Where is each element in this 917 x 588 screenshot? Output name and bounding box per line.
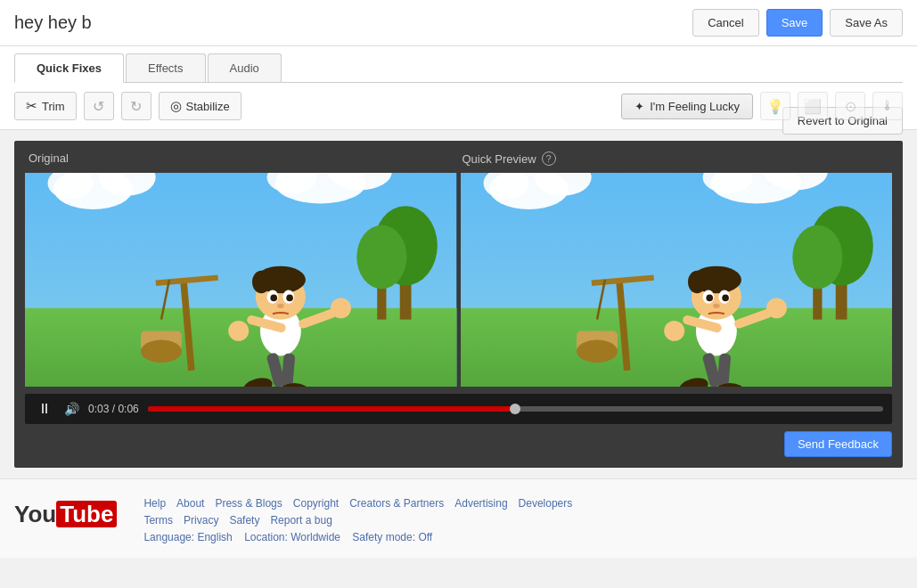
footer-link-help[interactable]: Help	[143, 497, 166, 510]
svg-rect-1	[25, 308, 457, 387]
color-button[interactable]: 🌡	[872, 92, 903, 120]
header: hey hey b Cancel Save Save As	[0, 0, 917, 46]
toolbar-area: Quick Fixes Effects Audio Revert to Orig…	[0, 46, 917, 130]
save-as-button[interactable]: Save As	[830, 9, 903, 37]
location-label: Location:	[244, 531, 291, 543]
footer-link-creators-partners[interactable]: Creators & Partners	[349, 497, 444, 510]
progress-handle[interactable]	[510, 404, 520, 414]
svg-point-24	[270, 295, 277, 302]
preview-label: Quick Preview ?	[459, 151, 893, 166]
svg-point-48	[792, 225, 842, 289]
footer-link-copyright[interactable]: Copyright	[293, 497, 339, 510]
svg-point-11	[356, 225, 406, 289]
redo-button[interactable]: ↻	[121, 92, 151, 120]
safety-value[interactable]: Off	[418, 531, 432, 543]
original-label: Original	[25, 151, 459, 166]
video-labels: Original Quick Preview ?	[25, 151, 892, 166]
svg-point-62	[722, 295, 729, 302]
svg-point-25	[286, 295, 293, 302]
footer-link-safety[interactable]: Safety	[229, 514, 259, 527]
preview-video-panel: GoAnimate	[461, 173, 893, 387]
language-value[interactable]: English	[197, 531, 232, 543]
svg-point-63	[713, 304, 720, 308]
time-display: 0:03 / 0:06	[88, 403, 139, 415]
undo-button[interactable]: ↺	[84, 92, 114, 120]
crop-button[interactable]: ⬜	[798, 92, 828, 120]
tab-audio[interactable]: Audio	[208, 53, 282, 82]
pause-button[interactable]: ⏸	[34, 399, 55, 419]
redo-icon: ↻	[130, 98, 142, 115]
toolbar-strip: ✂ Trim ↺ ↻ ◎ Stabilize ✦ I'm Feeling Luc…	[14, 83, 903, 129]
svg-point-26	[277, 304, 284, 308]
footer-info: Language: English Location: Worldwide Sa…	[143, 531, 903, 543]
magic-icon: ✦	[635, 100, 644, 113]
youtube-logo: YouTube	[14, 501, 117, 528]
footer-link-report-bug[interactable]: Report a bug	[270, 514, 332, 527]
scissors-icon: ✂	[26, 98, 37, 114]
page-title: hey hey b	[14, 12, 692, 33]
stabilize-button[interactable]: ◎ Stabilize	[159, 92, 242, 120]
send-feedback-area: Send Feedback	[25, 431, 892, 457]
footer-link-developers[interactable]: Developers	[519, 497, 573, 510]
progress-fill	[148, 406, 516, 412]
original-video-panel: GoAnimate	[25, 173, 457, 387]
video-panels: GoAnimate	[25, 173, 892, 387]
volume-button[interactable]: 🔊	[64, 402, 79, 416]
location-value[interactable]: Worldwide	[291, 531, 340, 543]
undo-icon: ↺	[93, 98, 104, 115]
svg-point-61	[706, 295, 713, 302]
svg-rect-38	[461, 308, 893, 387]
progress-bar[interactable]	[148, 406, 883, 412]
save-button[interactable]: Save	[766, 9, 823, 37]
footer-link-privacy[interactable]: Privacy	[184, 514, 218, 527]
rotate-button[interactable]: ⊙	[835, 92, 865, 120]
crop-icon: ⬜	[804, 98, 822, 115]
tab-quick-fixes[interactable]: Quick Fixes	[14, 53, 124, 83]
feeling-lucky-button[interactable]: ✦ I'm Feeling Lucky	[621, 94, 753, 119]
logo-you: You	[14, 501, 56, 527]
stabilize-icon: ◎	[170, 98, 182, 114]
svg-point-21	[252, 271, 270, 294]
rotate-icon: ⊙	[845, 98, 856, 115]
logo-tube: Tube	[56, 501, 117, 527]
svg-point-58	[688, 271, 706, 294]
send-feedback-button[interactable]: Send Feedback	[784, 431, 892, 457]
svg-point-33	[228, 321, 249, 341]
footer-link-about[interactable]: About	[176, 497, 204, 510]
tab-effects[interactable]: Effects	[126, 53, 206, 82]
footer: YouTube Help About Press & Blogs Copyrig…	[0, 478, 917, 558]
footer-link-press-blogs[interactable]: Press & Blogs	[215, 497, 282, 510]
footer-link-advertising[interactable]: Advertising	[454, 497, 507, 510]
video-controls: ⏸ 🔊 0:03 / 0:06	[25, 394, 892, 424]
svg-point-70	[664, 321, 684, 341]
color-icon: 🌡	[880, 98, 895, 114]
footer-links-row1: Help About Press & Blogs Copyright Creat…	[143, 497, 903, 510]
header-buttons: Cancel Save Save As	[692, 9, 903, 37]
cancel-button[interactable]: Cancel	[692, 9, 758, 37]
svg-point-71	[766, 298, 786, 318]
safety-label: Safety mode:	[352, 531, 418, 543]
footer-link-terms[interactable]: Terms	[143, 514, 173, 527]
svg-point-34	[331, 298, 351, 318]
brightness-button[interactable]: 💡	[760, 92, 790, 120]
video-area: Original Quick Preview ?	[14, 141, 903, 468]
tabs: Quick Fixes Effects Audio	[14, 53, 903, 83]
language-label: Language:	[143, 531, 197, 543]
svg-point-16	[141, 340, 182, 363]
footer-links: Help About Press & Blogs Copyright Creat…	[143, 497, 903, 543]
lightbulb-icon: 💡	[766, 98, 784, 115]
footer-links-row2: Terms Privacy Safety Report a bug	[143, 514, 903, 527]
svg-point-53	[577, 340, 618, 363]
trim-button[interactable]: ✂ Trim	[14, 92, 77, 120]
preview-help-icon[interactable]: ?	[542, 151, 556, 166]
